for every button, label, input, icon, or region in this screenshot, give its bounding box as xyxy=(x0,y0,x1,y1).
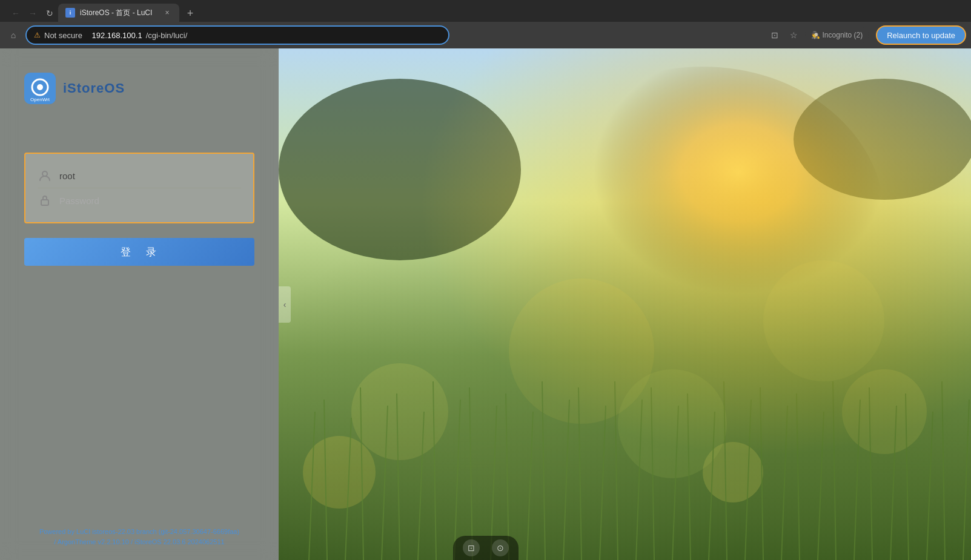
home-button[interactable]: ⌂ xyxy=(5,27,22,44)
svg-line-20 xyxy=(360,387,363,560)
back-button[interactable]: ← xyxy=(7,5,24,22)
address-field[interactable]: ⚠ Not secure 192.168.100.1 /cgi-bin/luci… xyxy=(25,25,449,45)
collapse-icon: ‹ xyxy=(283,300,287,309)
relaunch-button[interactable]: Relaunch to update xyxy=(876,25,966,45)
footer-line1: Powered by LuCI istoreos-22.03 branch (g… xyxy=(24,527,254,538)
svg-line-17 xyxy=(309,412,315,560)
svg-line-37 xyxy=(672,406,678,560)
svg-line-35 xyxy=(636,400,642,560)
svg-line-33 xyxy=(600,406,606,560)
svg-line-46 xyxy=(833,381,836,560)
svg-line-39 xyxy=(709,412,715,560)
svg-line-38 xyxy=(688,394,691,560)
forward-button[interactable]: → xyxy=(24,5,41,22)
svg-point-4 xyxy=(42,171,47,176)
svg-line-18 xyxy=(324,400,327,560)
svg-line-43 xyxy=(781,406,787,560)
lock-svg xyxy=(39,194,51,206)
svg-line-49 xyxy=(890,406,896,560)
lock-icon xyxy=(38,193,52,208)
svg-line-26 xyxy=(469,387,472,560)
logo-area: OpenWrt iStoreOS xyxy=(24,73,125,104)
username-row xyxy=(38,163,241,188)
svg-point-10 xyxy=(763,260,884,381)
logo-svg: OpenWrt xyxy=(24,73,56,104)
active-tab[interactable]: i iStoreOS - 首页 - LuCI × xyxy=(58,4,179,22)
svg-line-22 xyxy=(397,394,400,560)
svg-line-31 xyxy=(563,400,569,560)
bottom-bar: ⊡ ⊙ xyxy=(453,536,519,560)
svg-line-40 xyxy=(724,381,727,560)
svg-point-11 xyxy=(618,369,727,478)
login-button[interactable]: 登 录 xyxy=(24,238,254,266)
security-label: Not secure xyxy=(44,31,82,40)
svg-line-34 xyxy=(615,381,618,560)
svg-point-7 xyxy=(521,67,884,369)
svg-point-13 xyxy=(842,369,927,454)
svg-rect-5 xyxy=(41,200,48,205)
svg-line-42 xyxy=(760,387,763,560)
logo-icon: OpenWrt xyxy=(24,73,56,104)
password-row xyxy=(38,188,241,212)
svg-line-23 xyxy=(418,412,424,560)
security-icon: ⚠ xyxy=(34,31,41,39)
incognito-label: Incognito (2) xyxy=(823,31,863,39)
url-host: 192.168.100.1 xyxy=(92,31,142,40)
username-input[interactable] xyxy=(59,171,241,181)
svg-line-19 xyxy=(345,418,351,560)
svg-point-14 xyxy=(703,442,763,502)
reload-button[interactable]: ↻ xyxy=(41,5,58,22)
svg-line-52 xyxy=(942,381,945,560)
svg-line-53 xyxy=(963,400,969,560)
svg-line-50 xyxy=(906,394,909,560)
cast-bottom-icon[interactable]: ⊡ xyxy=(463,539,480,556)
tab-bar: ← → ↻ i iStoreOS - 首页 - LuCI × + xyxy=(0,0,971,22)
page-content: OpenWrt iStoreOS xyxy=(0,48,971,560)
svg-point-8 xyxy=(351,363,448,460)
svg-line-44 xyxy=(797,394,800,560)
incognito-icon: 🕵 xyxy=(811,31,820,39)
svg-point-15 xyxy=(279,79,521,260)
svg-line-21 xyxy=(382,406,388,560)
screenshot-bottom-icon[interactable]: ⊙ xyxy=(492,539,509,556)
cast-icon-button[interactable]: ⊡ xyxy=(766,27,783,44)
svg-line-48 xyxy=(869,387,872,560)
browser-chrome: ← → ↻ i iStoreOS - 首页 - LuCI × + ⌂ ⚠ Not… xyxy=(0,0,971,48)
new-tab-button[interactable]: + xyxy=(182,5,199,22)
svg-line-36 xyxy=(651,387,654,560)
svg-line-24 xyxy=(433,381,436,560)
login-card xyxy=(24,153,254,223)
svg-rect-6 xyxy=(279,48,971,560)
favicon-text: i xyxy=(70,10,71,16)
svg-line-29 xyxy=(527,412,533,560)
login-panel: OpenWrt iStoreOS xyxy=(0,48,279,560)
login-footer: Powered by LuCI istoreos-22.03 branch (g… xyxy=(24,527,254,548)
user-icon xyxy=(38,168,52,183)
tab-favicon: i xyxy=(65,8,75,18)
svg-point-16 xyxy=(794,79,971,200)
svg-line-41 xyxy=(745,400,751,560)
incognito-button[interactable]: 🕵 Incognito (2) xyxy=(805,27,869,44)
password-input[interactable] xyxy=(59,196,241,206)
svg-line-30 xyxy=(542,381,545,560)
svg-point-2 xyxy=(37,84,43,90)
svg-line-32 xyxy=(578,387,582,560)
collapse-panel-button[interactable]: ‹ xyxy=(279,286,291,323)
svg-line-25 xyxy=(454,400,460,560)
address-bar: ⌂ ⚠ Not secure 192.168.100.1 /cgi-bin/lu… xyxy=(0,22,971,48)
svg-point-9 xyxy=(509,278,654,424)
svg-text:OpenWrt: OpenWrt xyxy=(30,97,50,102)
background-image xyxy=(279,48,971,560)
bookmark-button[interactable]: ☆ xyxy=(786,27,803,44)
user-svg xyxy=(39,170,51,182)
toolbar-right: ⊡ ☆ 🕵 Incognito (2) Relaunch to update xyxy=(766,25,966,45)
tab-title: iStoreOS - 首页 - LuCI xyxy=(80,8,157,18)
url-path: /cgi-bin/luci/ xyxy=(146,31,188,40)
svg-line-47 xyxy=(854,400,860,560)
footer-links: Powered by LuCI istoreos-22.03 branch (g… xyxy=(24,527,254,548)
svg-line-28 xyxy=(506,394,509,560)
svg-point-12 xyxy=(303,436,376,509)
tab-close-button[interactable]: × xyxy=(162,8,172,18)
svg-line-51 xyxy=(927,412,933,560)
footer-line2: / ArgonTheme v2.2.10.10 / iStoreOS 22.03… xyxy=(24,537,254,548)
